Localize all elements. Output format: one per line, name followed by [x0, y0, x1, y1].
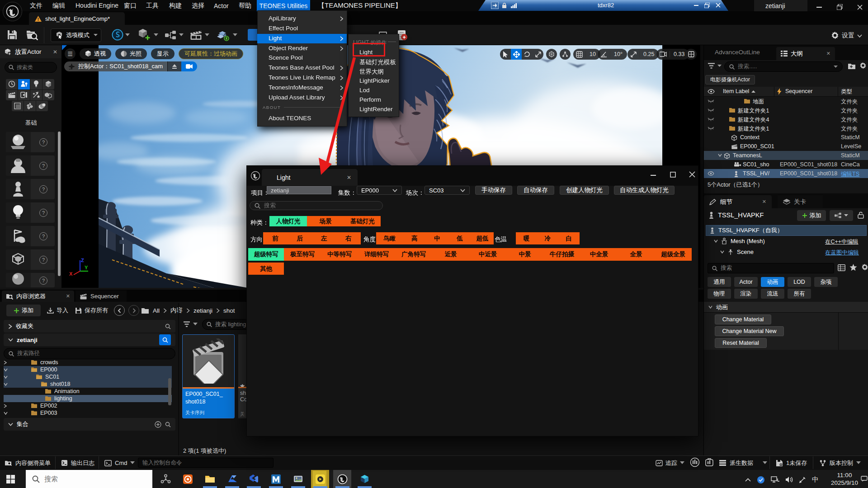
svg-text:X: X: [69, 271, 73, 277]
svg-text:Z: Z: [81, 258, 84, 263]
svg-text:Y: Y: [85, 265, 88, 270]
